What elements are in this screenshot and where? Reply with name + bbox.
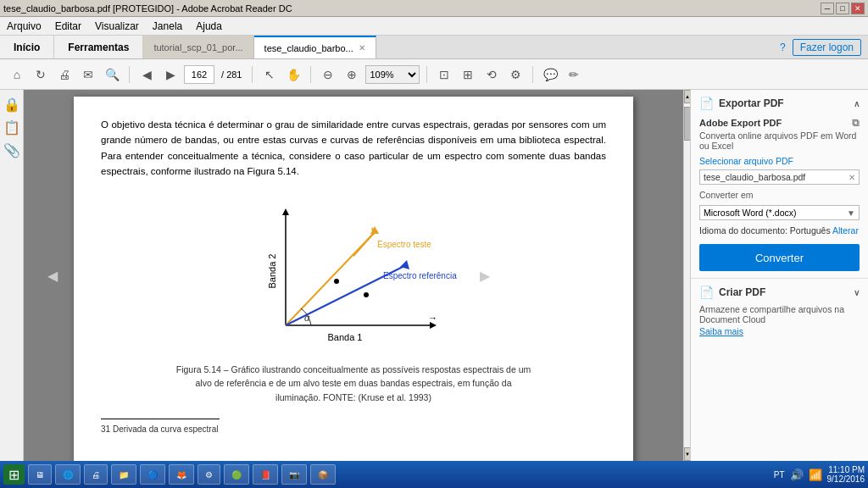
- change-language-link[interactable]: Alterar: [832, 225, 859, 236]
- tab-tese[interactable]: tese_claudio_barbo... ✕: [254, 36, 376, 58]
- rotate-icon[interactable]: ⟲: [481, 64, 502, 85]
- title-bar: tese_claudio_barbosa.pdf [PROTEGIDO] - A…: [0, 0, 868, 17]
- print-icon[interactable]: 🖨: [54, 64, 75, 85]
- language-row: Idioma do documento: Português Alterar: [699, 225, 860, 236]
- pdf-page: O objetivo desta técnica é determinar o …: [74, 97, 633, 461]
- select-file-label[interactable]: Selecionar arquivo PDF: [699, 156, 860, 166]
- taskbar-ie[interactable]: 🌐: [55, 464, 81, 485]
- menu-arquivo[interactable]: Arquivo: [3, 19, 45, 34]
- right-panel: 📄 Exportar PDF ∧ Adobe Export PDF ⧉ Conv…: [690, 90, 868, 461]
- figure-graph: α Espectro teste Espectro referência → B…: [235, 190, 472, 359]
- tab-close-icon[interactable]: ✕: [359, 43, 365, 53]
- pen-icon[interactable]: ✏: [564, 64, 584, 85]
- export-chevron: ∧: [854, 99, 860, 108]
- menu-editar[interactable]: Editar: [52, 19, 85, 34]
- taskbar: ⊞ 🖥 🌐 🖨 📁 🔵 🦊 ⚙ 🟢 📕 📷 📦 PT 🔊 📶 11:10 PM …: [0, 461, 868, 488]
- taskbar-computer[interactable]: 🖥: [28, 464, 52, 485]
- taskbar-item-5[interactable]: 🔵: [140, 464, 165, 485]
- scrollbar[interactable]: ▲ ▼: [683, 90, 690, 461]
- toolbar: ⌂ ↻ 🖨 ✉ 🔍 ◀ ▶ / 281 ↖ ✋ ⊖ ⊕ 109% 50% 75%…: [0, 59, 868, 90]
- prev-page-icon[interactable]: ◀: [136, 64, 157, 85]
- taskbar-right: PT 🔊 📶 11:10 PM 9/12/2016: [774, 465, 865, 484]
- zoom-in-icon[interactable]: ⊕: [342, 64, 362, 85]
- attach-icon[interactable]: 📎: [3, 142, 20, 158]
- window-title: tese_claudio_barbosa.pdf [PROTEGIDO] - A…: [3, 3, 292, 14]
- search-icon[interactable]: 🔍: [102, 64, 122, 85]
- help-button[interactable]: ?: [780, 42, 786, 53]
- format-dropdown-arrow[interactable]: ▼: [847, 208, 855, 218]
- export-pdf-header[interactable]: 📄 Exportar PDF ∧: [699, 97, 860, 110]
- svg-marker-3: [282, 208, 289, 215]
- pages-icon[interactable]: 📋: [3, 119, 20, 136]
- tab-tutorial[interactable]: tutorial_scp_01_por...: [143, 36, 253, 58]
- cursor-icon[interactable]: ↖: [259, 64, 280, 85]
- create-chevron: ∨: [854, 288, 860, 297]
- next-page-icon[interactable]: ▶: [160, 64, 181, 85]
- separator-4: [426, 66, 427, 83]
- tab-inicio[interactable]: Início: [0, 36, 54, 58]
- taskbar-settings[interactable]: ⚙: [198, 464, 220, 485]
- separator-3: [310, 66, 311, 83]
- zoom-select[interactable]: 109% 50% 75% 100% 125% 150% 200%: [365, 65, 420, 84]
- copy-icon[interactable]: ⧉: [852, 117, 860, 129]
- svg-point-10: [334, 279, 339, 284]
- menu-janela[interactable]: Janela: [149, 19, 186, 34]
- prev-page-arrow[interactable]: ◀: [47, 268, 58, 284]
- svg-text:α: α: [304, 313, 310, 323]
- tab-bar-right: ? Fazer logon: [780, 36, 868, 58]
- svg-text:Espectro referência: Espectro referência: [383, 271, 457, 280]
- fit-page-icon[interactable]: ⊡: [434, 64, 454, 85]
- next-page-arrow[interactable]: ▶: [480, 268, 490, 284]
- svg-text:→: →: [428, 313, 437, 323]
- taskbar-book[interactable]: 📕: [253, 464, 278, 485]
- tab-bar: Início Ferramentas tutorial_scp_01_por..…: [0, 36, 868, 59]
- adobe-export-title: Adobe Export PDF ⧉: [699, 117, 860, 129]
- volume-icon[interactable]: 🔊: [790, 469, 804, 481]
- taskbar-package[interactable]: 📦: [310, 464, 336, 485]
- login-button[interactable]: Fazer logon: [793, 39, 861, 56]
- taskbar-camera[interactable]: 📷: [281, 464, 307, 485]
- menu-ajuda[interactable]: Ajuda: [192, 19, 225, 34]
- page-number-input[interactable]: [184, 65, 214, 84]
- lock-icon[interactable]: 🔒: [3, 97, 20, 113]
- svg-text:Espectro teste: Espectro teste: [377, 240, 431, 249]
- home-icon[interactable]: ⌂: [7, 64, 27, 85]
- saiba-mais-link[interactable]: Saiba mais: [699, 326, 860, 336]
- svg-point-11: [364, 292, 369, 297]
- footnote-divider: [101, 419, 220, 419]
- adobe-export-desc: Converta online arquivos PDF em Word ou …: [699, 130, 860, 151]
- pdf-content-area: ◀ O objetivo desta técnica é determinar …: [24, 90, 683, 461]
- refresh-icon[interactable]: ↻: [31, 64, 51, 85]
- close-button[interactable]: ✕: [851, 3, 865, 14]
- zoom-out-icon[interactable]: ⊖: [318, 64, 338, 85]
- figure-caption: Figura 5.14 – Gráfico ilustrando conceit…: [175, 363, 531, 405]
- format-select-row[interactable]: Microsoft Word (*.docx) ▼: [699, 205, 860, 220]
- taskbar-folder[interactable]: 📁: [111, 464, 136, 485]
- hand-icon[interactable]: ✋: [283, 64, 303, 85]
- create-title: Criar PDF: [719, 286, 854, 298]
- page-total: / 281: [221, 69, 242, 80]
- taskbar-firefox[interactable]: 🦊: [169, 464, 194, 485]
- tab-ferramentas[interactable]: Ferramentas: [54, 36, 143, 58]
- maximize-button[interactable]: □: [836, 3, 849, 14]
- taskbar-green[interactable]: 🟢: [224, 464, 249, 485]
- left-sidebar: 🔒 📋 📎: [0, 90, 24, 461]
- window-controls: ─ □ ✕: [821, 3, 865, 14]
- create-pdf-header[interactable]: 📄 Criar PDF ∨: [699, 286, 860, 299]
- comment-icon[interactable]: 💬: [540, 64, 560, 85]
- minimize-button[interactable]: ─: [821, 3, 834, 14]
- start-button[interactable]: ⊞: [3, 464, 25, 485]
- file-input-row[interactable]: tese_claudio_barbosa.pdf ✕: [699, 169, 860, 185]
- clear-file-icon[interactable]: ✕: [849, 173, 855, 182]
- taskbar-lang: PT: [774, 470, 785, 480]
- network-icon[interactable]: 📶: [809, 469, 822, 481]
- fit-width-icon[interactable]: ⊞: [458, 64, 478, 85]
- taskbar-printer[interactable]: 🖨: [84, 464, 108, 485]
- menu-visualizar[interactable]: Visualizar: [92, 19, 142, 34]
- tools-icon[interactable]: ⚙: [505, 64, 526, 85]
- svg-text:Banda 2: Banda 2: [267, 253, 277, 288]
- pdf-paragraph: O objetivo desta técnica é determinar o …: [101, 117, 606, 180]
- email-icon[interactable]: ✉: [78, 64, 98, 85]
- convert-button[interactable]: Converter: [699, 244, 860, 271]
- svg-marker-2: [430, 322, 437, 329]
